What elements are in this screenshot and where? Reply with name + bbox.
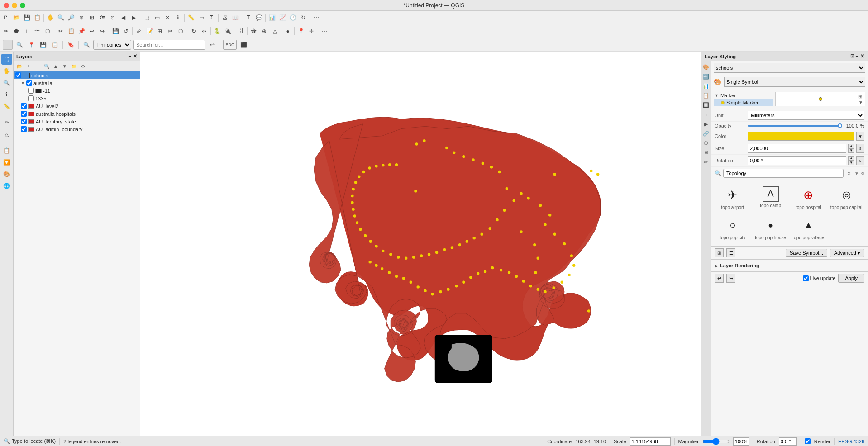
search-refresh-btn[interactable]: ↻ [861, 171, 864, 176]
rotation-up-btn[interactable]: ▲ [848, 156, 854, 161]
zoom-in-tool[interactable]: 🔍 [1, 77, 12, 88]
symbol-topo-airport[interactable]: ✈ topo airport [715, 184, 751, 212]
search-opts-btn[interactable]: ▼ [854, 171, 859, 176]
more2-btn[interactable]: ⋯ [320, 26, 329, 36]
move-up-btn[interactable]: ▲ [52, 62, 60, 70]
layer-item-1335[interactable]: 1335 [14, 95, 140, 102]
group-btn[interactable]: 📁 [70, 62, 78, 70]
layer-item-au-territory[interactable]: AU_territory_state [14, 118, 140, 125]
window-controls[interactable] [4, 3, 25, 8]
symbol-type-select[interactable]: Single Symbol [724, 77, 865, 87]
label-btn[interactable]: T [243, 13, 253, 23]
style-actions-btn[interactable]: ▶ [702, 120, 710, 128]
marker-tree-simple[interactable]: Simple Marker [714, 99, 773, 106]
size-input[interactable] [748, 144, 846, 153]
style-diagram-btn[interactable]: 📊 [702, 82, 710, 90]
layer-check-au-level2[interactable] [21, 103, 27, 109]
add-line-btn[interactable]: 〜 [32, 26, 42, 36]
reshape-btn[interactable]: ⬡ [176, 26, 186, 36]
symbol-topo-pop-house[interactable]: ● topo pop house [753, 214, 789, 242]
pan-btn[interactable]: 🖐 [45, 13, 55, 23]
rotation-input[interactable] [748, 156, 846, 165]
type-locate-area[interactable]: 🔍 Type to locate (⌘K) [4, 438, 56, 444]
style-metadata-btn[interactable]: ℹ [702, 110, 710, 119]
apply-btn[interactable]: Apply [838, 274, 864, 283]
close-button[interactable] [4, 3, 9, 8]
style-join-btn[interactable]: 🔗 [702, 129, 710, 138]
marker-canvas-opts-btn[interactable]: ▼ [858, 100, 863, 105]
style-aux-btn[interactable]: ⬡ [702, 139, 710, 147]
color-tool[interactable]: 🎨 [1, 169, 12, 180]
marker-tree-marker[interactable]: ▼ Marker [714, 92, 773, 99]
form-btn[interactable]: 📝 [144, 26, 154, 36]
unit-select[interactable]: Millimeters [748, 111, 864, 120]
print-btn[interactable]: 🖨 [220, 13, 230, 23]
layer-opts-btn[interactable]: ⚙ [79, 62, 87, 70]
zoom-sel-btn[interactable]: ⊞ [87, 13, 97, 23]
minimize-button[interactable] [12, 3, 17, 8]
styling-min-btn[interactable]: − [856, 53, 858, 59]
zoom-out-btn[interactable]: 🔎 [66, 13, 76, 23]
map-area[interactable] [140, 52, 701, 436]
style-server-btn[interactable]: 🖥 [702, 148, 710, 157]
python-btn[interactable]: 🐍 [212, 26, 222, 36]
calculator-btn[interactable]: Σ [207, 13, 217, 23]
digitize-btn[interactable]: 🖊 [134, 26, 144, 36]
layer-check-au-hospitals[interactable] [21, 111, 27, 117]
save-edits-btn[interactable]: 💾 [110, 26, 120, 36]
plugins-btn[interactable]: 🔌 [223, 26, 233, 36]
magnifier-slider[interactable] [702, 438, 730, 445]
styling-close-btn[interactable]: ✕ [860, 53, 864, 59]
cut-btn[interactable]: ✂ [56, 26, 66, 36]
layer-item-au-admin[interactable]: AU_admin_boundary [14, 125, 140, 133]
layer-check-schools[interactable] [15, 72, 21, 78]
loc-btn1[interactable]: 🔍 [14, 40, 24, 50]
size-up-btn[interactable]: ▲ [848, 144, 854, 148]
circle-draw-btn[interactable]: ● [283, 26, 293, 36]
select-features-tool[interactable]: ⬚ [1, 54, 12, 65]
layer-tool[interactable]: 📋 [1, 145, 12, 156]
browser-tool[interactable]: 🌐 [1, 180, 12, 191]
zoom-full-btn[interactable]: ⊕ [76, 13, 86, 23]
db-btn[interactable]: 🗄 [236, 26, 246, 36]
style-fields-btn[interactable]: 📋 [702, 91, 710, 100]
add-point-btn[interactable]: + [22, 26, 32, 36]
zoom-in-btn[interactable]: 🔍 [56, 13, 66, 23]
refresh-btn[interactable]: ↻ [298, 13, 308, 23]
scale-input[interactable] [630, 437, 671, 446]
vertex-btn[interactable]: ⬟ [11, 26, 21, 36]
layer-check-australia[interactable] [26, 80, 32, 86]
stats-btn[interactable]: 📊 [267, 13, 277, 23]
open-layer-btn[interactable]: 📂 [15, 62, 24, 70]
new-btn[interactable]: 🗋 [1, 13, 11, 23]
loc-btn3[interactable]: 💾 [38, 40, 48, 50]
symbol-topo-pop-city[interactable]: ○ topo pop city [715, 214, 751, 242]
size-expr-btn[interactable]: ε [856, 144, 864, 153]
select-rect-btn[interactable]: ▭ [152, 13, 162, 23]
symbol-topo-pop-village[interactable]: ▲ topo pop village [791, 214, 827, 242]
identify-btn[interactable]: ℹ [173, 13, 183, 23]
measure-tool[interactable]: 📏 [1, 101, 12, 112]
digitize-tool[interactable]: ✏ [1, 117, 12, 128]
symbol-topo-pop-capital[interactable]: ◎ topo pop capital [828, 184, 864, 212]
filter-tool[interactable]: 🔽 [1, 157, 12, 168]
road-btn[interactable]: 🛣 [249, 26, 259, 36]
move-btn[interactable]: ✛ [306, 26, 316, 36]
redo-btn[interactable]: ↪ [97, 26, 107, 36]
pan-tool[interactable]: 🖐 [1, 66, 12, 76]
advanced-btn[interactable]: Advanced ▾ [830, 249, 864, 257]
list-view-btn[interactable]: ☰ [726, 248, 735, 257]
layer-check-1335[interactable] [28, 95, 34, 101]
zoom-layer-btn[interactable]: 🗺 [97, 13, 107, 23]
save-as-btn[interactable]: 📋 [32, 13, 42, 23]
layer-item-schools[interactable]: schools [14, 71, 140, 79]
add-poly-btn[interactable]: ⬡ [43, 26, 52, 36]
rotation-expr-btn[interactable]: ε [856, 156, 864, 165]
edit-btn[interactable]: ✏ [1, 26, 11, 36]
zoom-native-btn[interactable]: ⊙ [108, 13, 118, 23]
layer-close-btn[interactable]: ✕ [133, 53, 137, 59]
pan-map-btn[interactable]: ⬚ [3, 40, 13, 50]
style-history-back-btn[interactable]: ↩ [715, 274, 724, 283]
measure-btn[interactable]: 📏 [186, 13, 196, 23]
layer-item-australia[interactable]: ▼ australia [14, 79, 140, 87]
